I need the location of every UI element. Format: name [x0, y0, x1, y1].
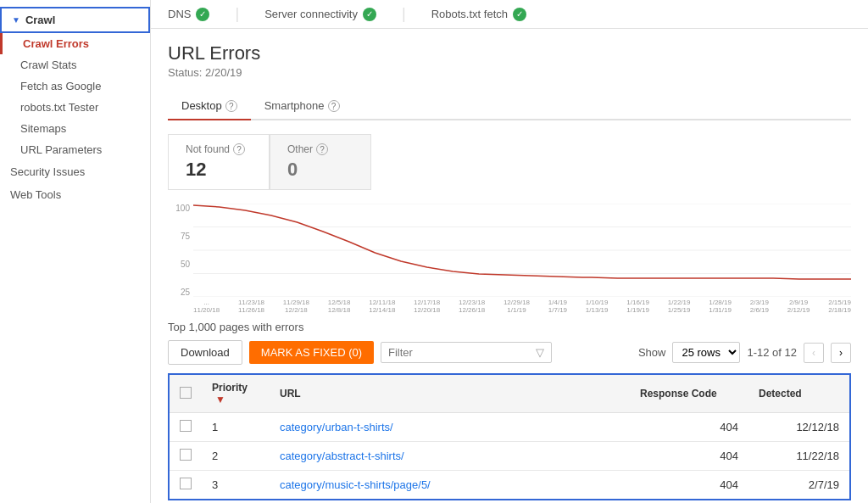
filter-icon: ▽ — [536, 346, 544, 359]
row-checkbox[interactable] — [180, 478, 192, 489]
tab-desktop[interactable]: Desktop ? — [168, 92, 251, 120]
show-rows: Show 25 rows 10 rows 50 rows — [638, 342, 741, 363]
table-row: 1 category/urban-t-shirts/ 404 12/12/18 — [169, 413, 850, 442]
table-row: 3 category/music-t-shirts/page/5/ 404 2/… — [169, 471, 850, 500]
top-bar: DNS ✓ | Server connectivity ✓ | Robots.t… — [151, 0, 868, 29]
row-response-code: 404 — [630, 413, 748, 442]
chart-svg — [193, 204, 851, 297]
x-label-2: 11/23/1811/26/18 — [238, 299, 264, 314]
table-title: Top 1,000 pages with errors — [168, 321, 851, 333]
x-label-1: ...11/20/18 — [193, 299, 220, 314]
page-status: Status: 2/20/19 — [168, 66, 851, 79]
main-content: DNS ✓ | Server connectivity ✓ | Robots.t… — [151, 0, 868, 503]
data-table: Priority ▼ URL Response Code Detected 1 … — [168, 373, 851, 500]
x-label-12: 1/22/191/25/19 — [668, 299, 691, 314]
x-label-7: 12/23/1812/26/18 — [459, 299, 485, 314]
table-header-row: Priority ▼ URL Response Code Detected — [169, 374, 850, 413]
chart-area: 100 75 50 25 ...11/20/18 1 — [168, 204, 851, 314]
dns-check-icon: ✓ — [196, 8, 209, 21]
not-found-box: Not found ? 12 — [168, 134, 270, 190]
not-found-value: 12 — [186, 159, 252, 181]
chart-x-labels: ...11/20/18 11/23/1811/26/18 11/29/1812/… — [193, 297, 851, 314]
sidebar-item-crawl-stats[interactable]: Crawl Stats — [0, 54, 150, 75]
server-connectivity-check-icon: ✓ — [363, 8, 376, 21]
pagination-next-button[interactable]: › — [831, 343, 851, 363]
x-label-15: 2/9/192/12/19 — [787, 299, 810, 314]
smartphone-help-icon[interactable]: ? — [328, 100, 340, 112]
row-url[interactable]: category/urban-t-shirts/ — [270, 413, 630, 442]
x-label-11: 1/16/191/19/19 — [626, 299, 649, 314]
row-detected: 2/7/19 — [748, 471, 850, 500]
page-title: URL Errors — [168, 42, 851, 64]
other-box: Other ? 0 — [270, 134, 371, 190]
pagination-prev-button[interactable]: ‹ — [804, 343, 824, 363]
row-priority: 3 — [202, 471, 270, 500]
sidebar-item-web-tools[interactable]: Web Tools — [0, 183, 150, 206]
x-label-4: 12/5/1812/8/18 — [328, 299, 351, 314]
table-body: 1 category/urban-t-shirts/ 404 12/12/18 … — [169, 413, 850, 500]
row-url[interactable]: category/music-t-shirts/page/5/ — [270, 471, 630, 500]
show-label: Show — [638, 346, 666, 359]
row-priority: 1 — [202, 413, 270, 442]
th-priority[interactable]: Priority ▼ — [202, 374, 270, 413]
sidebar-item-sitemaps[interactable]: Sitemaps — [0, 118, 150, 139]
sidebar-item-security-issues[interactable]: Security Issues — [0, 160, 150, 183]
desktop-help-icon[interactable]: ? — [225, 100, 237, 112]
table-controls: Download MARK AS FIXED (0) ▽ Show 25 row… — [168, 340, 851, 365]
mark-fixed-button[interactable]: MARK AS FIXED (0) — [249, 341, 374, 364]
not-found-help-icon[interactable]: ? — [233, 143, 245, 155]
sidebar-crawl-header[interactable]: ▼ Crawl — [0, 7, 150, 33]
separator-1: | — [235, 5, 239, 23]
filter-input[interactable] — [388, 346, 531, 359]
x-label-10: 1/10/191/13/19 — [586, 299, 609, 314]
x-label-9: 1/4/191/7/19 — [548, 299, 567, 314]
row-detected: 12/12/18 — [748, 413, 850, 442]
sidebar-item-fetch-as-google[interactable]: Fetch as Google — [0, 75, 150, 97]
row-checkbox[interactable] — [180, 449, 192, 461]
filter-box[interactable]: ▽ — [381, 342, 552, 363]
other-label: Other ? — [287, 143, 353, 155]
x-label-6: 12/17/1812/20/18 — [414, 299, 440, 314]
row-checkbox-cell — [169, 442, 202, 471]
arrow-icon: ▼ — [12, 15, 20, 25]
table-row: 2 category/abstract-t-shirts/ 404 11/22/… — [169, 442, 850, 471]
sidebar-item-url-parameters[interactable]: URL Parameters — [0, 139, 150, 160]
sidebar-item-robots-txt-tester[interactable]: robots.txt Tester — [0, 97, 150, 118]
sort-arrow: ▼ — [215, 394, 225, 405]
row-checkbox-cell — [169, 413, 202, 442]
row-detected: 11/22/18 — [748, 442, 850, 471]
robots-fetch-label: Robots.txt fetch — [431, 8, 508, 20]
other-value: 0 — [287, 159, 353, 181]
x-label-13: 1/28/191/31/19 — [709, 299, 732, 314]
server-connectivity-label: Server connectivity — [264, 8, 358, 20]
chart-y-labels: 100 75 50 25 — [168, 204, 193, 297]
other-help-icon[interactable]: ? — [316, 143, 328, 155]
row-url[interactable]: category/abstract-t-shirts/ — [270, 442, 630, 471]
x-label-5: 12/11/1812/14/18 — [369, 299, 395, 314]
sidebar-item-crawl-errors[interactable]: Crawl Errors — [0, 33, 150, 54]
content-area: URL Errors Status: 2/20/19 Desktop ? Sma… — [151, 29, 868, 503]
select-all-checkbox[interactable] — [180, 387, 192, 399]
row-checkbox-cell — [169, 471, 202, 500]
tabs-container: Desktop ? Smartphone ? — [168, 92, 851, 120]
rows-select[interactable]: 25 rows 10 rows 50 rows — [672, 342, 740, 363]
sidebar-crawl-label: Crawl — [25, 14, 55, 26]
download-button[interactable]: Download — [168, 340, 242, 365]
th-detected: Detected — [748, 374, 850, 413]
robots-fetch-status: Robots.txt fetch ✓ — [431, 8, 526, 21]
y-label-25: 25 — [181, 288, 190, 297]
th-response-code: Response Code — [630, 374, 748, 413]
th-url: URL — [270, 374, 630, 413]
tab-smartphone[interactable]: Smartphone ? — [251, 92, 353, 120]
row-response-code: 404 — [630, 471, 748, 500]
separator-2: | — [402, 5, 406, 23]
dns-label: DNS — [168, 8, 191, 20]
x-label-3: 11/29/1812/2/18 — [283, 299, 309, 314]
sidebar: ▼ Crawl Crawl Errors Crawl Stats Fetch a… — [0, 0, 151, 503]
pagination-text: 1-12 of 12 — [747, 346, 797, 359]
row-checkbox[interactable] — [180, 420, 192, 432]
x-label-16: 2/15/192/18/19 — [828, 299, 851, 314]
robots-fetch-check-icon: ✓ — [513, 8, 526, 21]
row-priority: 2 — [202, 442, 270, 471]
server-connectivity-status: Server connectivity ✓ — [264, 8, 376, 21]
